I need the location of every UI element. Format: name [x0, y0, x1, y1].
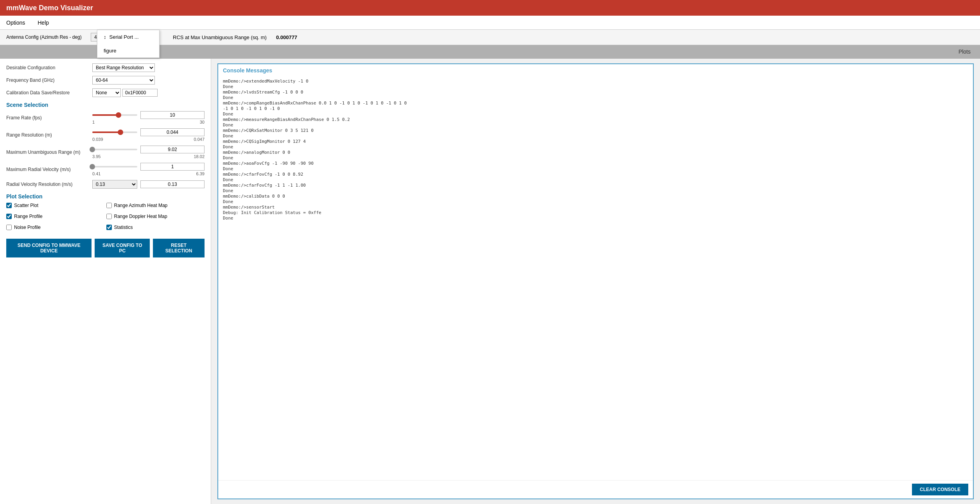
statistics-row: Statistics [106, 225, 205, 230]
right-panel: Console Messages mmDemo:/>extendedMaxVel… [211, 59, 980, 504]
calibration-control: None Save Restore [92, 88, 205, 97]
console-footer: CLEAR CONSOLE [218, 480, 973, 499]
configure-item[interactable]: figure [97, 44, 159, 58]
max-unambiguous-range-value[interactable] [140, 146, 205, 153]
configure-label: figure [104, 48, 117, 54]
antenna-config-label: Antenna Config (Azimuth Res - deg) [6, 34, 84, 40]
frequency-band-select[interactable]: 60-64 57-64 76-81 [92, 76, 155, 85]
max-radial-velocity-max: 6.39 [196, 171, 205, 176]
frame-rate-row: Frame Rate (fps) 1 30 [6, 111, 205, 124]
reset-selection-button[interactable]: RESET SELECTION [153, 239, 205, 257]
range-profile-label: Range Profile [14, 214, 43, 219]
options-dropdown: ↕ Serial Port ... figure [97, 30, 160, 58]
range-profile-row: Range Profile [6, 214, 105, 219]
plot-selection-header: Plot Selection [6, 193, 205, 200]
menubar: Options Help ↕ Serial Port ... figure [0, 16, 980, 30]
range-resolution-max: 0.047 [194, 137, 205, 142]
save-config-button[interactable]: SAVE CONFIG TO PC [95, 239, 150, 257]
calibration-row: Calibration Data Save/Restore None Save … [6, 88, 205, 97]
max-radial-velocity-label: Maximum Radial Velocity (m/s) [6, 167, 92, 172]
console-output: mmDemo:/>extendedMaxVelocity -1 0DonemmD… [218, 77, 973, 480]
serial-port-icon: ↕ [104, 34, 106, 40]
frame-rate-max: 30 [200, 120, 205, 124]
desirable-config-control: Best Range Resolution Best Velocity Reso… [92, 63, 205, 72]
desirable-config-row: Desirable Configuration Best Range Resol… [6, 63, 205, 72]
range-azimuth-heat-map-checkbox[interactable] [106, 203, 112, 208]
range-resolution-label: Range Resolution (m) [6, 132, 92, 138]
frequency-band-row: Frequency Band (GHz) 60-64 57-64 76-81 [6, 76, 205, 85]
frame-rate-slider-container: 1 30 [92, 111, 205, 124]
console-container: Console Messages mmDemo:/>extendedMaxVel… [217, 63, 974, 499]
scatter-plot-row: Scatter Plot [6, 203, 105, 208]
frame-rate-value[interactable] [140, 111, 205, 119]
max-unambiguous-range-slider-container: 3.95 18.02 [92, 146, 205, 159]
max-unambiguous-range-min: 3.95 [92, 154, 101, 159]
range-profile-checkbox[interactable] [6, 214, 12, 219]
action-buttons: SEND CONFIG TO MMWAVE DEVICE SAVE CONFIG… [6, 234, 205, 262]
max-unambiguous-range-track[interactable] [92, 149, 137, 150]
max-radial-velocity-value[interactable] [140, 163, 205, 171]
max-unambiguous-range-label: Maximum Unambiguous Range (m) [6, 149, 92, 155]
scene-selection-header: Scene Selection [6, 102, 205, 108]
range-resolution-row: Range Resolution (m) 0.039 0.047 [6, 128, 205, 142]
radial-velocity-resolution-value[interactable] [140, 180, 205, 188]
range-resolution-slider-container: 0.039 0.047 [92, 128, 205, 142]
range-azimuth-heat-map-label: Range Azimuth Heat Map [114, 203, 168, 208]
noise-profile-row: Noise Profile [6, 225, 105, 230]
frequency-band-label: Frequency Band (GHz) [6, 77, 92, 83]
serial-port-item[interactable]: ↕ Serial Port ... [97, 30, 159, 44]
desirable-config-label: Desirable Configuration [6, 65, 92, 70]
max-radial-velocity-min: 0.41 [92, 171, 101, 176]
rcs-value: 0.000777 [276, 34, 297, 40]
app-title: mmWave Demo Visualizer [6, 4, 93, 12]
range-azimuth-heat-map-row: Range Azimuth Heat Map [106, 203, 205, 208]
console-title: Console Messages [218, 64, 973, 77]
options-menu[interactable]: Options [0, 16, 31, 29]
main-layout: Desirable Configuration Best Range Resol… [0, 59, 980, 504]
range-resolution-min: 0.039 [92, 137, 103, 142]
desirable-config-select[interactable]: Best Range Resolution Best Velocity Reso… [92, 63, 155, 72]
frame-rate-min: 1 [92, 120, 95, 124]
range-doppler-heat-map-checkbox[interactable] [106, 214, 112, 219]
radial-velocity-resolution-slider-container: 0.13 [92, 180, 205, 189]
range-doppler-heat-map-row: Range Doppler Heat Map [106, 214, 205, 219]
frequency-band-control: 60-64 57-64 76-81 [92, 76, 205, 85]
plots-label: Plots [949, 49, 980, 55]
scatter-plot-checkbox[interactable] [6, 203, 12, 208]
frame-rate-label: Frame Rate (fps) [6, 115, 92, 121]
max-radial-velocity-track[interactable] [92, 166, 137, 167]
range-doppler-heat-map-label: Range Doppler Heat Map [114, 214, 167, 219]
noise-profile-checkbox[interactable] [6, 225, 12, 230]
max-unambiguous-range-max: 18.02 [194, 154, 205, 159]
calibration-select[interactable]: None Save Restore [92, 88, 121, 97]
app-header: mmWave Demo Visualizer [0, 0, 980, 16]
statistics-label: Statistics [114, 225, 133, 230]
noise-profile-label: Noise Profile [14, 225, 41, 230]
clear-console-button[interactable]: CLEAR CONSOLE [912, 484, 968, 495]
radial-velocity-resolution-row: Radial Velocity Resolution (m/s) 0.13 [6, 180, 205, 189]
radial-velocity-resolution-select[interactable]: 0.13 [92, 180, 137, 189]
help-menu[interactable]: Help [31, 16, 55, 29]
rcs-label: RCS at Max Unambiguous Range (sq. m) [173, 34, 267, 40]
statistics-checkbox[interactable] [106, 225, 112, 230]
left-panel: Desirable Configuration Best Range Resol… [0, 59, 211, 504]
range-resolution-track[interactable] [92, 131, 137, 133]
max-radial-velocity-slider-container: 0.41 6.39 [92, 163, 205, 176]
max-unambiguous-range-row: Maximum Unambiguous Range (m) 3.95 18.02 [6, 146, 205, 159]
send-config-button[interactable]: SEND CONFIG TO MMWAVE DEVICE [6, 239, 92, 257]
max-radial-velocity-row: Maximum Radial Velocity (m/s) 0.41 6.39 [6, 163, 205, 176]
scatter-plot-label: Scatter Plot [14, 203, 38, 208]
range-resolution-value[interactable] [140, 128, 205, 136]
frame-rate-track[interactable] [92, 114, 137, 116]
radial-velocity-resolution-label: Radial Velocity Resolution (m/s) [6, 182, 92, 187]
calibration-address-input[interactable] [122, 89, 158, 97]
plot-selection-grid: Scatter Plot Range Azimuth Heat Map Rang… [6, 203, 205, 234]
serial-port-label: Serial Port ... [109, 34, 139, 40]
calibration-label: Calibration Data Save/Restore [6, 90, 92, 95]
